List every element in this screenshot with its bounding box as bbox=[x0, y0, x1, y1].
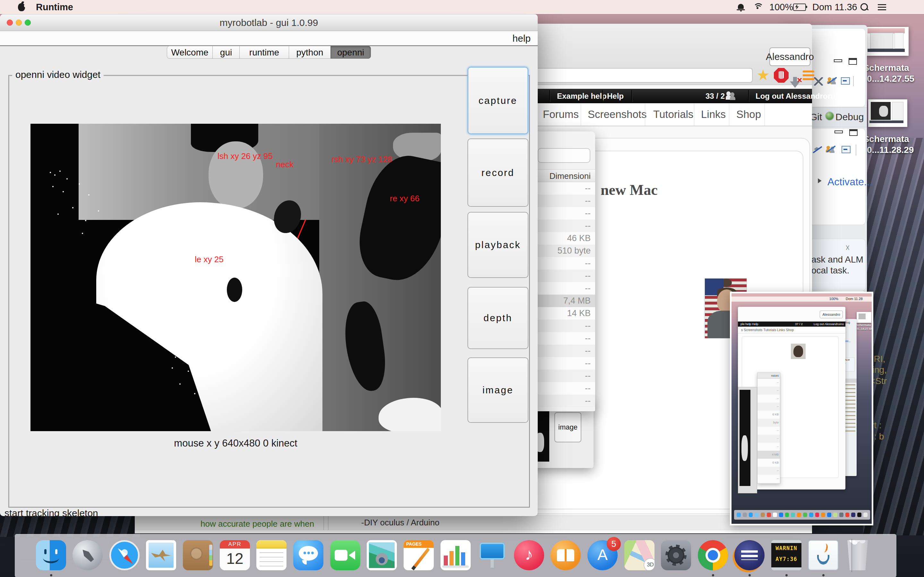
dock-item-photobooth[interactable] bbox=[367, 540, 397, 570]
file-row[interactable]: -- bbox=[533, 395, 595, 407]
help-menu[interactable]: help bbox=[512, 33, 531, 44]
maximize-icon[interactable] bbox=[849, 58, 857, 65]
kinect-depth-video[interactable]: lsh xy 26 yz 95neckrsh xy 73 yz 128re xy… bbox=[31, 124, 441, 431]
minimize-icon[interactable] bbox=[835, 131, 843, 133]
menu-hamburger-icon[interactable] bbox=[803, 71, 814, 80]
file-row[interactable]: -- bbox=[533, 357, 595, 370]
dock-item-trash[interactable] bbox=[846, 540, 869, 570]
site-tab-links[interactable]: Links bbox=[701, 103, 726, 126]
account-button[interactable]: Alessandro bbox=[769, 47, 811, 66]
expand-arrow-icon[interactable] bbox=[818, 178, 821, 183]
tab-openni[interactable]: openni bbox=[330, 46, 371, 59]
activate-link[interactable]: Activate... bbox=[827, 176, 873, 188]
file-row[interactable]: -- bbox=[533, 370, 595, 382]
wifi-icon[interactable] bbox=[753, 3, 763, 10]
dock-item-mail[interactable] bbox=[146, 540, 176, 570]
file-row[interactable]: 510 byte bbox=[533, 245, 595, 257]
dock-item-messages[interactable] bbox=[293, 540, 323, 570]
file-row[interactable]: 46 KB bbox=[533, 232, 595, 245]
pm-counter[interactable]: 33 / 2 bbox=[706, 89, 725, 103]
dock-item-launchpad[interactable] bbox=[73, 540, 103, 570]
screenshot-thumbnail[interactable] bbox=[868, 99, 907, 127]
dock-item-numbers[interactable] bbox=[441, 540, 471, 570]
file-row[interactable]: 7,4 MB bbox=[533, 295, 595, 307]
dock-item-appstore[interactable]: A5 bbox=[588, 540, 618, 570]
nav-separator bbox=[632, 90, 632, 102]
tab-python[interactable]: python bbox=[289, 46, 331, 59]
file-row[interactable]: -- bbox=[533, 257, 595, 269]
perspective-debug[interactable]: Debug bbox=[835, 111, 864, 122]
size-column-header[interactable]: Dimensioni bbox=[533, 169, 595, 182]
site-tab-tutorials[interactable]: Tutorials bbox=[653, 103, 693, 126]
dock-item-keynote[interactable] bbox=[477, 540, 507, 570]
collapse-all-icon[interactable] bbox=[841, 77, 850, 85]
logout-link[interactable]: Log out Alessandroruino bbox=[756, 89, 846, 103]
site-tab-screenshots[interactable]: Screenshots bbox=[588, 103, 646, 126]
thread-text[interactable]: -DIY oculus / Arduino bbox=[361, 518, 439, 528]
dock-item-maps[interactable]: 3D bbox=[624, 540, 654, 570]
file-row[interactable]: -- bbox=[533, 319, 595, 332]
depth-button[interactable]: depth bbox=[467, 287, 528, 349]
image-button[interactable]: image bbox=[467, 358, 528, 423]
myrobotlab-window[interactable]: myrobotlab - gui 1.0.99 help Welcomeguir… bbox=[0, 14, 538, 516]
dock-item-sysprefs[interactable] bbox=[661, 540, 691, 570]
thread-link-green[interactable]: how accurate people are when bbox=[200, 519, 314, 529]
dock-item-java[interactable] bbox=[808, 540, 838, 570]
minimize-icon[interactable] bbox=[834, 59, 842, 62]
tab-runtime[interactable]: runtime bbox=[239, 46, 289, 59]
close-icon[interactable]: ☓ bbox=[845, 243, 850, 253]
file-row[interactable]: -- bbox=[533, 182, 595, 195]
search-input[interactable] bbox=[538, 148, 590, 163]
site-tab-shop[interactable]: Shop bbox=[736, 103, 761, 126]
bookmark-star-icon[interactable] bbox=[756, 68, 770, 82]
file-row[interactable]: -- bbox=[533, 207, 595, 219]
battery-icon[interactable] bbox=[793, 3, 806, 11]
dock-item-contacts[interactable] bbox=[183, 540, 213, 570]
dock-item-ledclock[interactable]: WARNINAY7:36 bbox=[771, 540, 801, 570]
preview-image-button[interactable]: image bbox=[554, 412, 582, 442]
notification-center-icon[interactable] bbox=[878, 4, 886, 10]
dock-item-safari[interactable] bbox=[110, 540, 140, 570]
window-icon[interactable] bbox=[842, 146, 851, 153]
nav-item[interactable]: Help bbox=[607, 89, 624, 103]
title-bar[interactable]: myrobotlab - gui 1.0.99 bbox=[0, 14, 538, 31]
dock-item-finder[interactable] bbox=[36, 540, 66, 570]
menubar-clock[interactable]: Dom 11.36 bbox=[813, 0, 857, 14]
notifications-bell-icon[interactable] bbox=[738, 4, 744, 9]
tab-separator bbox=[645, 103, 645, 126]
dock-item-ibooks[interactable] bbox=[551, 540, 581, 570]
maximize-icon[interactable] bbox=[849, 129, 858, 136]
dock-item-facetime[interactable] bbox=[330, 540, 360, 570]
site-tab-forums[interactable]: Forums bbox=[543, 103, 579, 126]
spotlight-search-icon[interactable] bbox=[861, 3, 868, 11]
clear-icon[interactable] bbox=[814, 77, 823, 85]
people-icon[interactable] bbox=[826, 145, 835, 153]
focus-task-icon[interactable] bbox=[827, 77, 837, 85]
dock-item-calendar[interactable]: APR12 bbox=[220, 540, 250, 570]
app-menu-title[interactable]: Runtime bbox=[36, 0, 73, 14]
file-list-panel[interactable]: Dimensioni --------46 KB510 byte------7,… bbox=[533, 131, 595, 411]
apple-menu-icon[interactable] bbox=[18, 3, 25, 11]
dock-item-chrome[interactable] bbox=[698, 540, 728, 570]
screenshot-thumbnail[interactable] bbox=[866, 27, 909, 56]
nav-item[interactable]: Example help bbox=[557, 89, 607, 103]
file-row[interactable]: -- bbox=[533, 382, 595, 395]
file-row[interactable]: -- bbox=[533, 219, 595, 232]
file-row[interactable]: 14 KB bbox=[533, 307, 595, 319]
file-row[interactable]: -- bbox=[533, 345, 595, 357]
url-bar[interactable] bbox=[501, 68, 753, 83]
dock-item-notes[interactable] bbox=[256, 540, 286, 570]
tab-gui[interactable]: gui bbox=[212, 46, 240, 59]
tab-Welcome[interactable]: Welcome bbox=[167, 46, 213, 59]
file-row[interactable]: -- bbox=[533, 269, 595, 282]
dock-item-itunes[interactable] bbox=[514, 540, 544, 570]
nested-file-row: -- bbox=[758, 435, 780, 443]
dock-item-pages[interactable]: PAGES bbox=[404, 540, 434, 570]
file-row[interactable]: -- bbox=[533, 282, 595, 295]
capture-button[interactable]: capture bbox=[467, 67, 528, 134]
file-row[interactable]: -- bbox=[533, 332, 595, 345]
dock-item-eclipseapp[interactable] bbox=[734, 540, 764, 570]
record-button[interactable]: record bbox=[467, 139, 528, 207]
playback-button[interactable]: playback bbox=[467, 212, 528, 278]
file-row[interactable]: -- bbox=[533, 195, 595, 207]
